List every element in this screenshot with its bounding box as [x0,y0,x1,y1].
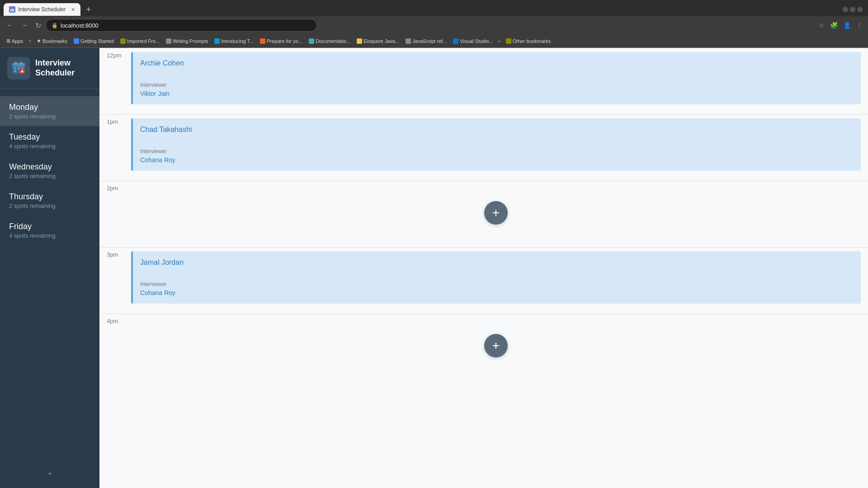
time-label-4pm: 4pm [99,314,131,324]
svg-rect-10 [21,61,22,64]
app-logo [7,57,30,80]
reload-button[interactable]: ↻ [33,19,44,32]
writing-prompts-icon [166,38,171,44]
address-bar[interactable]: 🔒 [46,19,317,32]
svg-rect-9 [15,61,16,64]
docs-icon [309,38,314,44]
time-label-3pm: 3pm [99,248,131,258]
interview-card-jamal[interactable]: Jamal Jordan Interviewer Cohana Roy [131,251,861,304]
vscode-bookmark[interactable]: Visual Studio... [450,38,495,45]
maximize-button[interactable] [850,7,855,12]
interviewer-label-12pm: Interviewer [140,82,854,88]
bookmarks-icon: ★ [37,38,41,44]
time-slot-2pm: 2pm + [99,181,868,247]
candidate-name-jamal: Jamal Jordan [140,258,854,267]
slot-content-2pm: + [131,181,868,244]
imported-icon [120,38,126,44]
tab-close-button[interactable]: ✕ [71,7,75,13]
address-input[interactable] [61,22,311,29]
eloquent-bookmark[interactable]: Eloquent Java... [354,38,402,45]
introducing-icon [214,38,220,44]
new-tab-button[interactable]: + [82,5,94,14]
sidebar-collapse-icon[interactable]: ⌃ [47,471,53,481]
app-container: Interview Scheduler Monday 2 spots remai… [0,48,868,488]
back-button[interactable]: ← [4,19,16,31]
getting-started-icon [74,38,79,44]
candidate-name-chad: Chad Takahashi [140,126,854,134]
prepare-bookmark[interactable]: Prepare for yo... [257,38,305,45]
interviewer-name-12pm: Viktor Jain [140,90,854,97]
profile-icon[interactable]: 👤 [841,20,853,31]
eloquent-icon [357,38,362,44]
close-button[interactable] [857,7,863,12]
apps-grid-icon: ⊞ [6,38,10,44]
add-interview-button-2pm[interactable]: + [484,201,508,225]
svg-rect-8 [21,71,24,72]
slot-content-12pm: Archie Cohen Interviewer Viktor Jain [131,48,868,108]
candidate-name-archie: Archie Cohen [140,59,854,67]
interviewer-label-1pm: Interviewer [140,148,854,155]
browser-chrome: 📅 Interview Scheduler ✕ + ← → ↻ 🔒 ☆ 🧩 👤 … [0,0,868,48]
slot-content-1pm: Chad Takahashi Interviewer Cohana Roy [131,115,868,174]
time-slot-4pm: 4pm + [99,314,868,380]
time-slot-3pm: 3pm Jamal Jordan Interviewer Cohana Roy [99,247,868,314]
bookmarks-folder[interactable]: ★ Bookmarks [34,37,70,45]
slot-content-3pm: Jamal Jordan Interviewer Cohana Roy [131,248,868,307]
interviewer-name-3pm: Cohana Roy [140,289,854,296]
interviewer-name-1pm: Cohana Roy [140,156,854,164]
introducing-bookmark[interactable]: Introducing T... [212,38,256,45]
other-bookmarks-icon [506,38,511,44]
interviewer-label-3pm: Interviewer [140,281,854,287]
main-content: 12pm Archie Cohen Interviewer Viktor Jai… [99,48,868,488]
interview-card-chad[interactable]: Chad Takahashi Interviewer Cohana Roy [131,118,861,171]
getting-started-bookmark[interactable]: Getting Started [71,38,117,45]
time-slot-1pm: 1pm Chad Takahashi Interviewer Cohana Ro… [99,114,868,181]
vscode-icon [453,38,458,44]
imported-bookmark[interactable]: Imported Fro... [118,38,162,45]
docs-bookmark[interactable]: Documentatio... [306,38,353,45]
sidebar-item-wednesday[interactable]: Wednesday 2 spots remaining [0,156,99,186]
sidebar-item-monday[interactable]: Monday 2 spots remaining [0,96,99,126]
lock-icon: 🔒 [52,23,58,28]
svg-rect-7 [22,70,23,71]
prepare-icon [260,38,265,44]
sidebar-footer: ⌃ [0,464,99,488]
minimize-button[interactable] [843,7,848,12]
extensions-icon[interactable]: 🧩 [828,20,840,31]
sidebar-nav: Monday 2 spots remaining Tuesday 4 spots… [0,89,99,464]
sidebar-header: Interview Scheduler [0,48,99,89]
js-ref-icon [406,38,411,44]
bookmark-star-icon[interactable]: ☆ [817,20,826,31]
tab-title: Interview Scheduler [18,6,66,13]
time-label-12pm: 12pm [99,48,131,59]
add-interview-button-4pm[interactable]: + [484,334,508,357]
active-tab[interactable]: 📅 Interview Scheduler ✕ [4,3,80,16]
forward-button[interactable]: → [18,19,31,31]
slot-content-4pm: + [131,314,868,377]
app-title: Interview Scheduler [35,58,75,78]
other-bookmarks[interactable]: Other bookmarks [503,38,553,45]
interview-card-archie[interactable]: Archie Cohen Interviewer Viktor Jain [131,52,861,104]
sidebar-item-tuesday[interactable]: Tuesday 4 spots remaining [0,126,99,156]
time-slot-12pm: 12pm Archie Cohen Interviewer Viktor Jai… [99,48,868,114]
sidebar-item-thursday[interactable]: Thursday 2 spots remaining [0,186,99,216]
time-label-1pm: 1pm [99,115,131,125]
sidebar-item-friday[interactable]: Friday 4 spots remaining [0,216,99,245]
menu-icon[interactable]: ⋮ [854,20,864,31]
time-label-2pm: 2pm [99,181,131,192]
apps-bookmark[interactable]: ⊞ Apps [4,37,26,45]
bookmarks-more[interactable]: » [498,38,500,44]
writing-prompts-bookmark[interactable]: Writing Prompts [163,38,211,45]
sidebar: Interview Scheduler Monday 2 spots remai… [0,48,99,488]
svg-rect-3 [18,67,20,69]
svg-rect-1 [12,63,25,66]
svg-rect-2 [14,67,16,69]
js-ref-bookmark[interactable]: JavaScript ref... [403,38,449,45]
svg-rect-5 [14,70,16,72]
schedule-timeline: 12pm Archie Cohen Interviewer Viktor Jai… [99,48,868,380]
